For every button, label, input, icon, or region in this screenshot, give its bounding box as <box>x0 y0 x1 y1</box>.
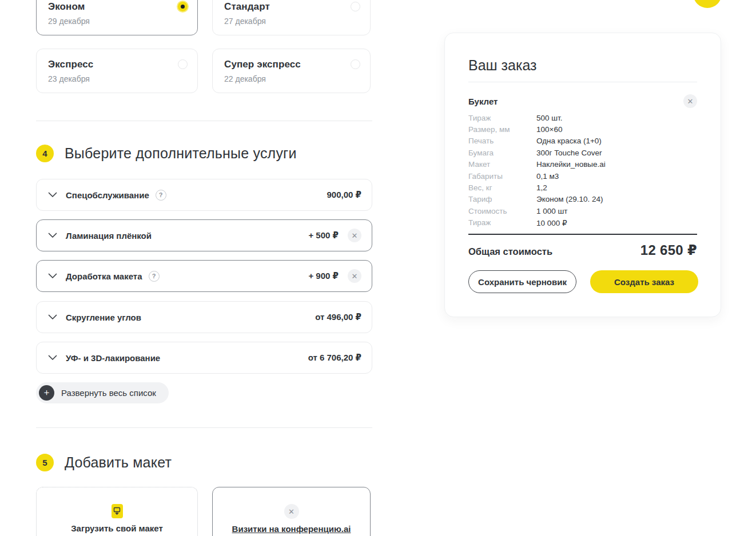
order-detail-rows: Тираж500 шт. Размер, мм100×60 ПечатьОдна… <box>468 112 697 229</box>
step-number-badge: 4 <box>36 145 54 162</box>
upload-icon <box>112 504 123 518</box>
order-product-name: Буклет <box>468 95 498 109</box>
tariff-date: 29 декабря <box>48 17 186 26</box>
tariff-card-standart[interactable]: Стандарт 27 декабря <box>212 0 371 35</box>
order-row-value: 1,2 <box>536 183 547 192</box>
section-divider <box>36 427 372 428</box>
section-title-layout: Добавить макет <box>65 453 172 471</box>
close-icon[interactable]: ✕ <box>348 269 361 283</box>
order-summary-card: Ваш заказ Буклет ✕ Тираж500 шт. Размер, … <box>444 33 721 317</box>
tariff-date: 23 декабря <box>48 74 186 83</box>
tariff-name: Экспресс <box>48 59 186 70</box>
service-row-skruglenie[interactable]: Скругление углов от 496,00 ₽ <box>36 301 372 333</box>
tariff-date: 27 декабря <box>224 17 359 26</box>
tariff-name: Стандарт <box>224 1 359 13</box>
order-title: Ваш заказ <box>468 56 537 74</box>
expand-list-label: Развернуть весь список <box>61 388 156 398</box>
order-row-value: Наклейки_новые.ai <box>536 160 606 169</box>
order-row: МакетНаклейки_новые.ai <box>468 159 697 170</box>
order-row: Вес, кг1,2 <box>468 182 697 193</box>
tariff-date: 22 декабря <box>224 74 359 83</box>
create-order-button[interactable]: Создать заказ <box>590 270 698 293</box>
radio-checked-icon[interactable] <box>178 2 188 11</box>
service-row-laminacija[interactable]: Ламинация плёнкой + 500 ₽ ✕ <box>36 219 372 251</box>
order-row-value: 100×60 <box>536 125 562 134</box>
service-price: от 6 706,20 ₽ <box>308 353 361 363</box>
order-row-value: Эконом (29.10. 24) <box>536 195 603 203</box>
upload-layout-card[interactable]: Загрузить свой макет <box>36 487 198 536</box>
order-row-value: 500 шт. <box>536 114 563 122</box>
floating-action-button[interactable] <box>693 0 722 8</box>
chevron-down-icon <box>48 233 57 238</box>
order-row-label: Тираж <box>468 114 536 122</box>
order-row-label: Тираж <box>468 218 536 227</box>
order-row-label: Вес, кг <box>468 183 536 192</box>
order-row: Тираж500 шт. <box>468 112 697 123</box>
order-total-value: 12 650 ₽ <box>640 242 697 258</box>
radio-unchecked-icon[interactable] <box>351 2 360 11</box>
order-row-label: Печать <box>468 137 536 145</box>
order-row-value: Одна краска (1+0) <box>536 137 602 145</box>
service-row-dorabotka[interactable]: Доработка макета ? + 900 ₽ ✕ <box>36 260 372 292</box>
service-label: Доработка макета <box>66 271 142 281</box>
uploaded-file-link[interactable]: Визитки на конференцию.ai <box>232 524 351 534</box>
section-title-services: Выберите дополнительные услуги <box>65 144 297 162</box>
step-number-badge: 5 <box>36 454 54 471</box>
tariff-name: Супер экспресс <box>224 59 359 70</box>
close-icon[interactable]: ✕ <box>348 229 361 242</box>
order-row-value: 1 000 шт <box>536 207 568 215</box>
order-row-value: 10 000 ₽ <box>536 218 567 227</box>
order-row-value: 300г Touche Cover <box>536 149 602 157</box>
expand-list-button[interactable]: ＋ Развернуть весь список <box>36 382 169 403</box>
order-total-label: Общая стоимость <box>468 246 552 257</box>
page: Эконом 29 декабря Стандарт 27 декабря Эк… <box>0 0 756 536</box>
order-row: Габариты0,1 м3 <box>468 170 697 182</box>
order-row: Размер, мм100×60 <box>468 123 697 135</box>
close-icon[interactable]: ✕ <box>284 504 299 519</box>
radio-unchecked-icon[interactable] <box>351 59 360 69</box>
order-row-label: Макет <box>468 160 536 169</box>
save-draft-button[interactable]: Сохранить черновик <box>468 270 576 293</box>
service-row-uf-lakirovanie[interactable]: УФ- и 3D-лакирование от 6 706,20 ₽ <box>36 342 372 374</box>
service-price: + 500 ₽ <box>308 230 339 241</box>
chevron-down-icon <box>48 314 57 320</box>
tariff-card-super-express[interactable]: Супер экспресс 22 декабря <box>212 49 371 93</box>
order-row: Стоимость1 000 шт <box>468 205 697 217</box>
order-row-label: Тариф <box>468 195 536 203</box>
order-row-label: Габариты <box>468 172 536 181</box>
chevron-down-icon <box>48 192 57 198</box>
service-label: УФ- и 3D-лакирование <box>66 353 160 363</box>
tariff-card-ekonom[interactable]: Эконом 29 декабря <box>36 0 198 35</box>
chevron-down-icon <box>48 355 57 361</box>
order-row: Тираж10 000 ₽ <box>468 217 697 229</box>
plus-icon: ＋ <box>39 385 54 401</box>
help-icon[interactable]: ? <box>149 271 160 282</box>
service-row-specobsluzhivanie[interactable]: Спецобслуживание ? 900,00 ₽ <box>36 179 372 211</box>
order-total-divider <box>468 234 697 235</box>
service-label: Скругление углов <box>66 313 141 322</box>
tariff-card-express[interactable]: Экспресс 23 декабря <box>36 49 198 93</box>
order-row: ПечатьОдна краска (1+0) <box>468 135 697 147</box>
chevron-down-icon <box>48 273 57 279</box>
order-row: ТарифЭконом (29.10. 24) <box>468 194 697 205</box>
section-divider <box>36 121 372 121</box>
service-price: от 496,00 ₽ <box>315 312 361 322</box>
remove-product-icon[interactable]: ✕ <box>683 94 697 108</box>
tariff-name: Эконом <box>48 1 186 13</box>
upload-layout-label: Загрузить свой макет <box>71 523 163 533</box>
service-label: Ламинация плёнкой <box>66 231 152 241</box>
order-row-label: Размер, мм <box>468 125 536 134</box>
radio-unchecked-icon[interactable] <box>178 59 188 69</box>
uploaded-file-card[interactable]: ✕ Визитки на конференцию.ai <box>212 487 371 536</box>
help-icon[interactable]: ? <box>156 190 166 201</box>
order-row-label: Стоимость <box>468 207 536 215</box>
service-price: + 900 ₽ <box>308 271 339 281</box>
order-row: Бумага300г Touche Cover <box>468 147 697 158</box>
order-row-value: 0,1 м3 <box>536 172 559 181</box>
service-label: Спецобслуживание <box>66 190 149 200</box>
service-price: 900,00 ₽ <box>327 190 361 200</box>
order-title-divider <box>468 82 697 82</box>
order-row-label: Бумага <box>468 149 536 157</box>
